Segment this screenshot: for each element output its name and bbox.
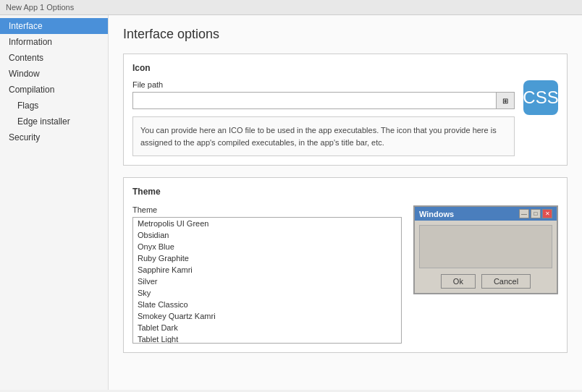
preview-ok-btn[interactable]: Ok xyxy=(441,274,476,289)
file-path-label: File path xyxy=(132,80,515,89)
icon-area: File path ⊞ You can provide here an ICO … xyxy=(132,80,515,156)
preview-minimize-btn[interactable]: — xyxy=(519,209,529,218)
theme-section: Theme Theme Metropolis UI GreenObsidianO… xyxy=(123,177,568,353)
theme-list-item[interactable]: Smokey Quartz Kamri xyxy=(133,310,401,322)
theme-list-item[interactable]: Metropolis UI Green xyxy=(133,218,401,229)
maximize-icon: □ xyxy=(534,210,538,217)
minimize-icon: — xyxy=(521,210,527,217)
browse-button[interactable]: ⊞ xyxy=(496,92,515,109)
sidebar-item-security[interactable]: Security xyxy=(0,129,108,145)
preview-cancel-btn[interactable]: Cancel xyxy=(481,274,531,289)
page-title: Interface options xyxy=(123,27,568,42)
sidebar-item-interface[interactable]: Interface xyxy=(0,18,108,34)
sidebar-item-edge-installer[interactable]: Edge installer xyxy=(0,114,108,129)
theme-list-item[interactable]: Silver xyxy=(133,276,401,287)
main-container: InterfaceInformationContentsWindowCompil… xyxy=(0,15,582,390)
theme-list-item[interactable]: Tablet Light xyxy=(133,333,401,344)
preview-titlebar: Windows — □ ✕ xyxy=(415,207,557,221)
icon-preview: CSS xyxy=(523,80,558,115)
sidebar-item-window[interactable]: Window xyxy=(0,66,108,82)
theme-sub-label: Theme xyxy=(132,205,402,214)
info-box: You can provide here an ICO file to be u… xyxy=(132,116,515,156)
sidebar: InterfaceInformationContentsWindowCompil… xyxy=(0,15,109,390)
theme-list-item[interactable]: Obsidian xyxy=(133,229,401,241)
sidebar-item-compilation[interactable]: Compilation xyxy=(0,82,108,98)
file-path-input-row: ⊞ xyxy=(132,92,515,109)
preview-inner xyxy=(419,225,552,268)
sidebar-item-contents[interactable]: Contents xyxy=(0,50,108,66)
preview-body: Ok Cancel xyxy=(415,221,557,293)
theme-list-item[interactable]: Slate Classico xyxy=(133,299,401,310)
icon-row: File path ⊞ You can provide here an ICO … xyxy=(132,80,558,156)
theme-list-area: Theme Metropolis UI GreenObsidianOnyx Bl… xyxy=(132,205,402,344)
theme-listbox[interactable]: Metropolis UI GreenObsidianOnyx BlueRuby… xyxy=(132,217,402,344)
icon-section: Icon File path ⊞ You can provide here an… xyxy=(123,54,568,166)
css-icon-label: CSS xyxy=(523,88,558,108)
preview-titlebar-buttons: — □ ✕ xyxy=(519,209,552,218)
sidebar-item-flags[interactable]: Flags xyxy=(0,98,108,114)
file-path-input[interactable] xyxy=(132,92,497,109)
title-text: New App 1 Options xyxy=(6,3,74,12)
theme-list-item[interactable]: Sky xyxy=(133,287,401,299)
content-area: Interface options Icon File path ⊞ You c… xyxy=(109,15,582,390)
icon-section-title: Icon xyxy=(132,63,558,73)
close-icon: ✕ xyxy=(545,210,550,217)
sidebar-item-information[interactable]: Information xyxy=(0,34,108,50)
theme-preview-area: Windows — □ ✕ xyxy=(413,205,558,344)
theme-section-title: Theme xyxy=(132,187,558,197)
theme-list-item[interactable]: Ruby Graphite xyxy=(133,252,401,264)
theme-list-item[interactable]: Tablet Dark xyxy=(133,322,401,333)
browse-icon: ⊞ xyxy=(502,97,508,105)
preview-window: Windows — □ ✕ xyxy=(413,205,558,294)
preview-maximize-btn[interactable]: □ xyxy=(531,209,541,218)
theme-list-item[interactable]: Onyx Blue xyxy=(133,241,401,252)
preview-close-btn[interactable]: ✕ xyxy=(542,209,552,218)
preview-buttons: Ok Cancel xyxy=(419,274,552,289)
theme-list-item[interactable]: Sapphire Kamri xyxy=(133,264,401,276)
theme-inner: Theme Metropolis UI GreenObsidianOnyx Bl… xyxy=(132,205,558,344)
title-bar: New App 1 Options xyxy=(0,0,582,15)
preview-window-title: Windows xyxy=(419,210,454,218)
